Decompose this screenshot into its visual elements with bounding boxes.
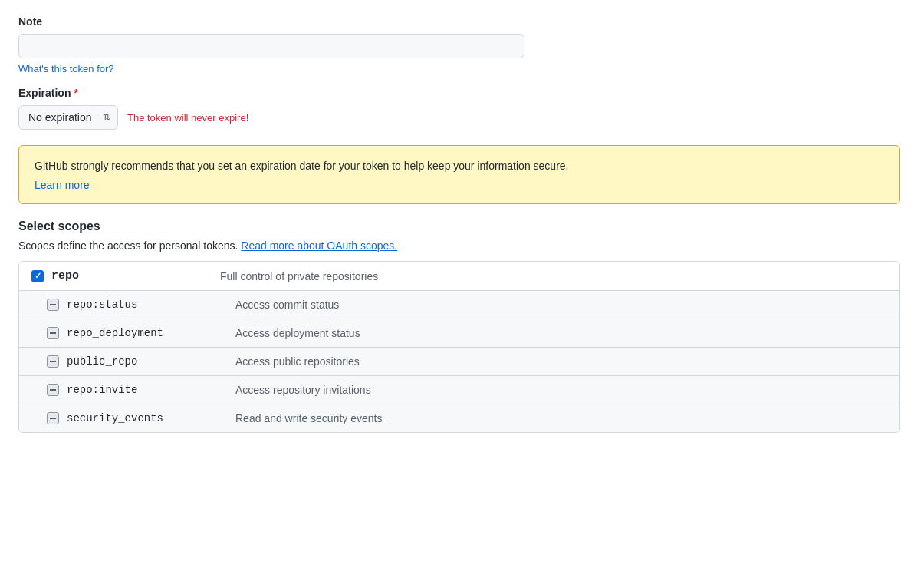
scopes-section: Select scopes Scopes define the access f… xyxy=(18,219,906,433)
repo-deployment-scope-name: repo_deployment xyxy=(67,327,220,339)
repo-deployment-scope-desc: Access deployment status xyxy=(220,327,887,339)
note-section: Note What's this token for? xyxy=(18,15,906,74)
scopes-container: repo Full control of private repositorie… xyxy=(18,261,900,433)
repo-checkbox[interactable] xyxy=(31,270,44,282)
scope-row-public-repo: public_repo Access public repositories xyxy=(19,348,899,376)
scope-row-repo-invite: repo:invite Access repository invitation… xyxy=(19,376,899,404)
read-more-oauth-link[interactable]: Read more about OAuth scopes. xyxy=(241,239,397,252)
security-events-scope-desc: Read and write security events xyxy=(220,412,887,424)
required-indicator: * xyxy=(74,87,77,99)
repo-status-scope-desc: Access commit status xyxy=(220,299,887,311)
public-repo-scope-name: public_repo xyxy=(67,355,220,368)
repo-invite-scope-desc: Access repository invitations xyxy=(220,384,887,396)
security-events-checkbox[interactable] xyxy=(47,412,59,424)
scopes-title: Select scopes xyxy=(18,219,906,233)
repo-status-checkbox[interactable] xyxy=(47,299,59,311)
whats-token-for-link[interactable]: What's this token for? xyxy=(18,63,114,74)
expiration-select[interactable]: No expiration 7 days 30 days 60 days 90 … xyxy=(18,105,118,130)
repo-invite-scope-name: repo:invite xyxy=(67,384,220,396)
public-repo-checkbox[interactable] xyxy=(47,355,59,368)
expiration-select-wrapper: No expiration 7 days 30 days 60 days 90 … xyxy=(18,105,118,130)
repo-deployment-checkbox[interactable] xyxy=(47,327,59,339)
scope-row-repo-deployment: repo_deployment Access deployment status xyxy=(19,319,899,348)
repo-scope-desc: Full control of private repositories xyxy=(205,270,887,282)
repo-invite-checkbox[interactable] xyxy=(47,384,59,396)
note-input[interactable] xyxy=(18,34,524,58)
expiration-section: Expiration* No expiration 7 days 30 days… xyxy=(18,87,906,130)
security-events-scope-name: security_events xyxy=(67,412,220,424)
scope-row-security-events: security_events Read and write security … xyxy=(19,404,899,432)
expiration-row: No expiration 7 days 30 days 60 days 90 … xyxy=(18,105,906,130)
scope-row-repo-status: repo:status Access commit status xyxy=(19,291,899,319)
warning-text: GitHub strongly recommends that you set … xyxy=(35,158,884,174)
scope-row-repo: repo Full control of private repositorie… xyxy=(19,262,899,291)
scopes-desc: Scopes define the access for personal to… xyxy=(18,239,906,252)
learn-more-link[interactable]: Learn more xyxy=(35,179,90,191)
expiration-hint: The token will never expire! xyxy=(127,112,248,124)
repo-scope-name: repo xyxy=(51,269,205,282)
warning-box: GitHub strongly recommends that you set … xyxy=(18,145,900,204)
expiration-label: Expiration* xyxy=(18,87,906,99)
public-repo-scope-desc: Access public repositories xyxy=(220,355,887,368)
note-label: Note xyxy=(18,15,906,28)
repo-status-scope-name: repo:status xyxy=(67,299,220,311)
